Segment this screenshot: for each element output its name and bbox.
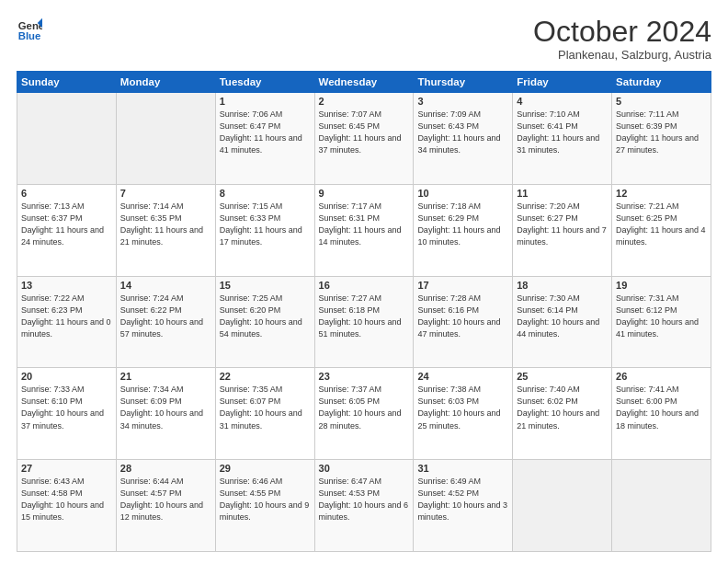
- day-number: 28: [120, 463, 211, 474]
- calendar-cell: 13Sunrise: 7:22 AMSunset: 6:23 PMDayligh…: [17, 276, 117, 368]
- day-number: 3: [417, 96, 508, 107]
- day-info: Sunrise: 7:06 AMSunset: 6:47 PMDaylight:…: [220, 109, 311, 156]
- day-number: 25: [517, 371, 608, 382]
- day-number: 27: [21, 463, 112, 474]
- day-info: Sunrise: 7:24 AMSunset: 6:22 PMDaylight:…: [120, 293, 211, 340]
- day-number: 16: [319, 280, 410, 291]
- calendar-cell: 10Sunrise: 7:18 AMSunset: 6:29 PMDayligh…: [414, 184, 513, 276]
- month-title: October 2024: [533, 17, 711, 46]
- day-info: Sunrise: 7:37 AMSunset: 6:05 PMDaylight:…: [319, 384, 410, 431]
- day-info: Sunrise: 7:13 AMSunset: 6:37 PMDaylight:…: [21, 201, 112, 248]
- title-block: October 2024 Plankenau, Salzburg, Austri…: [533, 17, 711, 62]
- location-subtitle: Plankenau, Salzburg, Austria: [533, 48, 711, 62]
- day-number: 8: [220, 188, 311, 199]
- day-info: Sunrise: 7:20 AMSunset: 6:27 PMDaylight:…: [517, 201, 608, 248]
- calendar-cell: 24Sunrise: 7:38 AMSunset: 6:03 PMDayligh…: [414, 368, 513, 460]
- calendar-cell: 25Sunrise: 7:40 AMSunset: 6:02 PMDayligh…: [513, 368, 612, 460]
- calendar-cell: 27Sunrise: 6:43 AMSunset: 4:58 PMDayligh…: [17, 460, 117, 552]
- calendar-cell: 5Sunrise: 7:11 AMSunset: 6:39 PMDaylight…: [612, 93, 711, 185]
- logo-icon: General Blue: [17, 17, 42, 42]
- day-info: Sunrise: 6:47 AMSunset: 4:53 PMDaylight:…: [319, 476, 410, 523]
- day-info: Sunrise: 7:15 AMSunset: 6:33 PMDaylight:…: [220, 201, 311, 248]
- calendar-cell: 23Sunrise: 7:37 AMSunset: 6:05 PMDayligh…: [314, 368, 414, 460]
- calendar-cell: 8Sunrise: 7:15 AMSunset: 6:33 PMDaylight…: [215, 184, 314, 276]
- day-info: Sunrise: 7:27 AMSunset: 6:18 PMDaylight:…: [319, 293, 410, 340]
- day-info: Sunrise: 7:25 AMSunset: 6:20 PMDaylight:…: [220, 293, 311, 340]
- day-number: 19: [616, 280, 707, 291]
- day-number: 2: [319, 96, 410, 107]
- day-info: Sunrise: 7:22 AMSunset: 6:23 PMDaylight:…: [21, 293, 112, 340]
- calendar-cell: 6Sunrise: 7:13 AMSunset: 6:37 PMDaylight…: [17, 184, 117, 276]
- day-info: Sunrise: 7:21 AMSunset: 6:25 PMDaylight:…: [616, 201, 707, 248]
- calendar-week-4: 20Sunrise: 7:33 AMSunset: 6:10 PMDayligh…: [17, 368, 711, 460]
- day-info: Sunrise: 7:34 AMSunset: 6:09 PMDaylight:…: [120, 384, 211, 431]
- day-info: Sunrise: 6:43 AMSunset: 4:58 PMDaylight:…: [21, 476, 112, 523]
- calendar-cell: [513, 460, 612, 552]
- day-info: Sunrise: 7:30 AMSunset: 6:14 PMDaylight:…: [517, 293, 608, 340]
- calendar-cell: 11Sunrise: 7:20 AMSunset: 6:27 PMDayligh…: [513, 184, 612, 276]
- day-info: Sunrise: 7:35 AMSunset: 6:07 PMDaylight:…: [220, 384, 311, 431]
- day-number: 24: [417, 371, 508, 382]
- calendar-cell: 12Sunrise: 7:21 AMSunset: 6:25 PMDayligh…: [612, 184, 711, 276]
- day-info: Sunrise: 7:33 AMSunset: 6:10 PMDaylight:…: [21, 384, 112, 431]
- calendar-cell: 21Sunrise: 7:34 AMSunset: 6:09 PMDayligh…: [116, 368, 215, 460]
- day-info: Sunrise: 6:44 AMSunset: 4:57 PMDaylight:…: [120, 476, 211, 523]
- calendar-cell: 15Sunrise: 7:25 AMSunset: 6:20 PMDayligh…: [215, 276, 314, 368]
- day-number: 5: [616, 96, 707, 107]
- calendar-cell: 7Sunrise: 7:14 AMSunset: 6:35 PMDaylight…: [116, 184, 215, 276]
- day-info: Sunrise: 7:38 AMSunset: 6:03 PMDaylight:…: [417, 384, 508, 431]
- calendar-cell: [116, 93, 215, 185]
- day-number: 20: [21, 371, 112, 382]
- day-info: Sunrise: 7:07 AMSunset: 6:45 PMDaylight:…: [319, 109, 410, 156]
- day-header-tuesday: Tuesday: [215, 72, 314, 93]
- svg-text:Blue: Blue: [18, 30, 41, 41]
- calendar-cell: [612, 460, 711, 552]
- day-info: Sunrise: 7:11 AMSunset: 6:39 PMDaylight:…: [616, 109, 707, 156]
- logo: General Blue: [17, 17, 42, 42]
- day-number: 1: [220, 96, 311, 107]
- day-header-friday: Friday: [513, 72, 612, 93]
- day-number: 13: [21, 280, 112, 291]
- day-number: 31: [417, 463, 508, 474]
- day-header-wednesday: Wednesday: [314, 72, 414, 93]
- header: General Blue October 2024 Plankenau, Sal…: [17, 17, 711, 62]
- calendar-cell: 30Sunrise: 6:47 AMSunset: 4:53 PMDayligh…: [314, 460, 414, 552]
- day-number: 12: [616, 188, 707, 199]
- day-info: Sunrise: 7:28 AMSunset: 6:16 PMDaylight:…: [417, 293, 508, 340]
- day-number: 9: [319, 188, 410, 199]
- day-number: 15: [220, 280, 311, 291]
- calendar-cell: 28Sunrise: 6:44 AMSunset: 4:57 PMDayligh…: [116, 460, 215, 552]
- day-number: 29: [220, 463, 311, 474]
- day-info: Sunrise: 6:46 AMSunset: 4:55 PMDaylight:…: [220, 476, 311, 523]
- calendar-cell: 26Sunrise: 7:41 AMSunset: 6:00 PMDayligh…: [612, 368, 711, 460]
- calendar-cell: 14Sunrise: 7:24 AMSunset: 6:22 PMDayligh…: [116, 276, 215, 368]
- calendar-cell: 1Sunrise: 7:06 AMSunset: 6:47 PMDaylight…: [215, 93, 314, 185]
- calendar-cell: 22Sunrise: 7:35 AMSunset: 6:07 PMDayligh…: [215, 368, 314, 460]
- calendar-page: General Blue October 2024 Plankenau, Sal…: [0, 0, 728, 563]
- calendar-cell: 9Sunrise: 7:17 AMSunset: 6:31 PMDaylight…: [314, 184, 414, 276]
- day-number: 6: [21, 188, 112, 199]
- day-number: 17: [417, 280, 508, 291]
- day-info: Sunrise: 7:17 AMSunset: 6:31 PMDaylight:…: [319, 201, 410, 248]
- day-info: Sunrise: 7:31 AMSunset: 6:12 PMDaylight:…: [616, 293, 707, 340]
- calendar-week-5: 27Sunrise: 6:43 AMSunset: 4:58 PMDayligh…: [17, 460, 711, 552]
- day-info: Sunrise: 7:09 AMSunset: 6:43 PMDaylight:…: [417, 109, 508, 156]
- calendar-cell: 17Sunrise: 7:28 AMSunset: 6:16 PMDayligh…: [414, 276, 513, 368]
- calendar-cell: 2Sunrise: 7:07 AMSunset: 6:45 PMDaylight…: [314, 93, 414, 185]
- calendar-cell: 4Sunrise: 7:10 AMSunset: 6:41 PMDaylight…: [513, 93, 612, 185]
- day-number: 23: [319, 371, 410, 382]
- day-header-saturday: Saturday: [612, 72, 711, 93]
- calendar-cell: [17, 93, 117, 185]
- day-number: 30: [319, 463, 410, 474]
- calendar-cell: 20Sunrise: 7:33 AMSunset: 6:10 PMDayligh…: [17, 368, 117, 460]
- calendar-week-2: 6Sunrise: 7:13 AMSunset: 6:37 PMDaylight…: [17, 184, 711, 276]
- day-info: Sunrise: 7:40 AMSunset: 6:02 PMDaylight:…: [517, 384, 608, 431]
- day-number: 22: [220, 371, 311, 382]
- calendar-cell: 19Sunrise: 7:31 AMSunset: 6:12 PMDayligh…: [612, 276, 711, 368]
- calendar-cell: 3Sunrise: 7:09 AMSunset: 6:43 PMDaylight…: [414, 93, 513, 185]
- day-number: 18: [517, 280, 608, 291]
- day-number: 11: [517, 188, 608, 199]
- day-info: Sunrise: 6:49 AMSunset: 4:52 PMDaylight:…: [417, 476, 508, 523]
- day-info: Sunrise: 7:10 AMSunset: 6:41 PMDaylight:…: [517, 109, 608, 156]
- day-header-monday: Monday: [116, 72, 215, 93]
